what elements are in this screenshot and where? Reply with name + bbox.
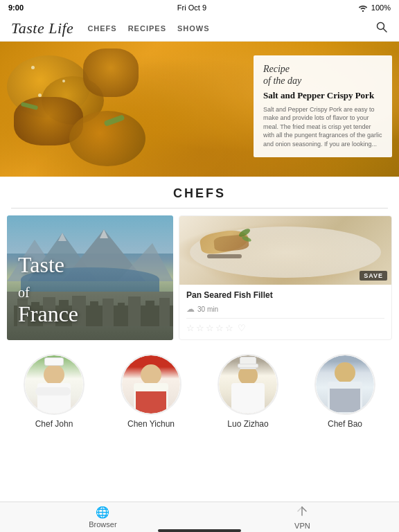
svg-line-23 xyxy=(298,507,302,511)
search-button[interactable] xyxy=(375,21,388,36)
chef-avatar-chen xyxy=(121,354,181,415)
cloud-icon: ☁ xyxy=(186,304,195,314)
chef-item-luo[interactable]: Luo Zizhao xyxy=(218,354,278,429)
search-icon xyxy=(375,21,388,33)
chef-bao-image xyxy=(316,355,374,414)
status-date: Fri Oct 9 xyxy=(177,3,206,12)
bottom-tab-browser[interactable]: 🌐 Browser xyxy=(89,506,116,529)
chef-avatar-john xyxy=(24,354,85,415)
svg-point-0 xyxy=(362,10,364,12)
fish-fillet-card[interactable]: SAVE Pan Seared Fish Fillet ☁ 30 min ☆ ☆… xyxy=(179,215,392,340)
wifi-icon xyxy=(357,3,369,12)
cards-row: Taste of France SA xyxy=(0,209,399,347)
star-rating: ☆ ☆ ☆ ☆ ☆ ♡ xyxy=(186,323,384,334)
status-bar: 9:00 Fri Oct 9 100% xyxy=(0,0,399,15)
chef-luo-image xyxy=(219,355,277,414)
fish-card-title: Pan Seared Fish Fillet xyxy=(186,290,384,300)
recipe-label: Recipe of the day xyxy=(263,64,382,87)
svg-line-2 xyxy=(384,28,387,32)
chef-avatar-bao xyxy=(314,354,375,415)
heart-icon[interactable]: ♡ xyxy=(238,323,246,334)
star-1[interactable]: ☆ xyxy=(186,323,195,334)
nav-shows[interactable]: SHOWS xyxy=(177,24,210,33)
star-2[interactable]: ☆ xyxy=(196,323,204,334)
sesame-3 xyxy=(38,94,42,97)
food-visual-3 xyxy=(83,48,139,97)
browser-label: Browser xyxy=(89,520,116,529)
chef-john-image xyxy=(25,355,83,414)
chef-chen-image xyxy=(122,355,180,414)
taste-of-france-card[interactable]: Taste of France xyxy=(7,215,173,340)
browser-icon: 🌐 xyxy=(96,506,109,519)
status-time-date: 9:00 xyxy=(8,3,24,12)
status-right: 100% xyxy=(357,3,391,12)
recipe-card[interactable]: Recipe of the day Salt and Pepper Crispy… xyxy=(254,55,392,157)
chef-item-john[interactable]: Chef John xyxy=(24,354,85,429)
fish-image: SAVE xyxy=(179,216,391,285)
save-badge[interactable]: SAVE xyxy=(360,271,387,281)
chef-item-bao[interactable]: Chef Bao xyxy=(314,354,375,429)
chefs-row: Chef John Chen Yichun xyxy=(0,347,399,434)
chefs-section-title: CHEFS xyxy=(11,177,388,209)
sesame-2 xyxy=(62,80,65,82)
fish-card-info: Pan Seared Fish Fillet ☁ 30 min ☆ ☆ ☆ ☆ … xyxy=(179,285,391,339)
vpn-icon xyxy=(296,505,308,520)
nav-chefs[interactable]: CHEFS xyxy=(87,24,116,33)
nav-bar: Taste Life CHEFS RECIPES SHOWS xyxy=(0,15,399,42)
battery-indicator: 100% xyxy=(371,3,391,12)
svg-line-21 xyxy=(302,507,306,511)
chef-luo-name: Luo Zizhao xyxy=(227,419,268,429)
chef-john-name: Chef John xyxy=(35,419,73,429)
fish-card-time: 30 min xyxy=(197,305,218,313)
star-3[interactable]: ☆ xyxy=(206,323,214,334)
vpn-label: VPN xyxy=(294,522,310,530)
nav-links: CHEFS RECIPES SHOWS xyxy=(87,24,375,33)
bottom-bar: 🌐 Browser VPN xyxy=(0,502,399,532)
chef-avatar-luo xyxy=(218,354,278,415)
chef-bao-name: Chef Bao xyxy=(328,419,362,429)
main-content: CHEFS xyxy=(0,177,399,434)
app-logo[interactable]: Taste Life xyxy=(11,19,73,37)
chef-item-chen[interactable]: Chen Yichun xyxy=(121,354,181,429)
home-indicator xyxy=(158,529,241,532)
star-5[interactable]: ☆ xyxy=(225,323,233,334)
sesame-1 xyxy=(31,66,35,69)
hero-image: Recipe of the day Salt and Pepper Crispy… xyxy=(0,42,399,177)
recipe-title: Salt and Pepper Crispy Pork xyxy=(263,90,382,101)
nav-recipes[interactable]: RECIPES xyxy=(128,24,166,33)
star-4[interactable]: ☆ xyxy=(215,323,224,334)
bottom-tab-vpn[interactable]: VPN xyxy=(294,505,310,530)
recipe-description: Salt and Pepper Crispy Pork are easy to … xyxy=(263,105,382,149)
france-text: Taste of France xyxy=(18,253,78,326)
food-visual-5 xyxy=(69,111,145,166)
fish-card-meta: ☁ 30 min xyxy=(186,304,384,319)
chef-chen-name: Chen Yichun xyxy=(127,419,175,429)
